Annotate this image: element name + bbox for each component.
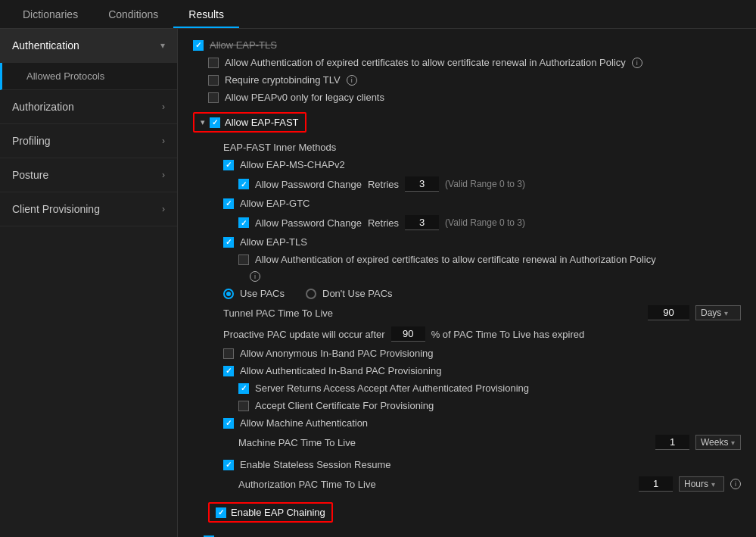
sidebar-item-authorization[interactable]: Authorization ›	[0, 90, 177, 124]
cb-auth-provisioning[interactable]	[223, 366, 234, 376]
chevron-down-icon: ▾	[711, 480, 715, 489]
row-eap-ttls: ▾ Allow EAP-TTLS	[193, 532, 741, 537]
cb-tls-inner[interactable]	[223, 237, 234, 248]
input-machine-pac[interactable]	[655, 435, 689, 450]
tab-conditions[interactable]: Conditions	[93, 2, 173, 28]
cb-cryptobinding[interactable]	[208, 75, 219, 86]
input-proactive-pac[interactable]	[391, 326, 425, 342]
input-auth-pac[interactable]	[639, 476, 673, 492]
radio-use-pacs[interactable]	[223, 289, 234, 299]
label-anon-provisioning: Allow Anonymous In-Band PAC Provisioning	[240, 348, 434, 359]
sidebar-item-posture[interactable]: Posture ›	[0, 158, 177, 192]
info-icon-auth-expired[interactable]: i	[632, 58, 642, 68]
label-eap-chaining: Enable EAP Chaining	[231, 507, 325, 518]
label-retries-mschapv2: Retries	[368, 179, 399, 190]
label-use-pacs: Use PACs	[240, 288, 285, 299]
label-auth-pac: Authorization PAC Time To Live	[238, 479, 376, 490]
cb-allow-eap-fast[interactable]	[210, 117, 220, 128]
cb-tls-auth-expired[interactable]	[238, 254, 249, 265]
row-machine-pac: Machine PAC Time To Live Weeks ▾	[193, 432, 741, 453]
label-mschapv2-pwchange: Allow Password Change	[255, 179, 362, 190]
info-icon-cryptobinding[interactable]: i	[347, 75, 357, 86]
label-machine-pac: Machine PAC Time To Live	[238, 437, 356, 448]
row-stateless-resume: Enable Stateless Session Resume	[193, 456, 741, 473]
row-machine-auth: Allow Machine Authentication	[193, 414, 741, 432]
eap-chaining-highlight-box: Enable EAP Chaining	[208, 502, 333, 523]
label-accept-client-cert: Accept Client Certificate For Provisioni…	[255, 400, 434, 411]
row-cryptobinding: Require cryptobinding TLV i	[193, 71, 741, 89]
cb-gtc[interactable]	[223, 198, 234, 209]
cb-machine-auth[interactable]	[223, 418, 234, 429]
label-server-returns: Server Returns Access Accept After Authe…	[255, 382, 529, 394]
row-server-returns: Server Returns Access Accept After Authe…	[193, 379, 741, 397]
label-retries-gtc: Retries	[368, 217, 399, 229]
dropdown-label-tunnel-pac: Days	[701, 308, 721, 318]
cb-mschapv2-pwchange[interactable]	[238, 179, 249, 189]
sidebar-item-authentication[interactable]: Authentication ▾	[0, 29, 177, 63]
cb-anon-provisioning[interactable]	[223, 348, 234, 359]
chevron-right-icon: ›	[162, 204, 165, 214]
radio-dont-use-pacs[interactable]	[306, 289, 316, 299]
cb-server-returns[interactable]	[238, 383, 249, 394]
sidebar-item-label: Client Provisioning	[12, 203, 100, 215]
row-accept-client-cert: Accept Client Certificate For Provisioni…	[193, 397, 741, 414]
sidebar-subitem-allowed-protocols[interactable]: Allowed Protocols	[0, 63, 177, 90]
label-gtc: Allow EAP-GTC	[240, 198, 310, 209]
label-peapv0: Allow PEAPv0 only for legacy clients	[225, 92, 384, 103]
top-nav: Dictionaries Conditions Results	[0, 0, 756, 29]
cb-auth-expired[interactable]	[208, 58, 219, 68]
info-icon-tls-auth-expired[interactable]: i	[250, 271, 260, 282]
cb-gtc-pwchange[interactable]	[238, 217, 249, 228]
range-text-gtc: (Valid Range 0 to 3)	[445, 217, 525, 228]
sidebar-item-profiling[interactable]: Profiling ›	[0, 124, 177, 158]
row-tls-auth-expired: Allow Authentication of expired certific…	[193, 251, 741, 268]
chevron-down-icon: ▾	[731, 439, 735, 447]
row-mschapv2-pwchange: Allow Password Change Retries (Valid Ran…	[193, 173, 741, 195]
cb-accept-client-cert[interactable]	[238, 401, 249, 411]
label-allow-eap-fast: Allow EAP-FAST	[225, 117, 299, 128]
eap-fast-highlight-box: ▾ Allow EAP-FAST	[193, 112, 306, 133]
tab-results[interactable]: Results	[173, 2, 239, 28]
sidebar: Authentication ▾ Allowed Protocols Autho…	[0, 29, 178, 537]
label-allow-eap-tls-top: Allow EAP-TLS	[210, 39, 277, 51]
cb-mschapv2[interactable]	[223, 160, 234, 170]
label-cryptobinding: Require cryptobinding TLV	[225, 74, 341, 86]
chevron-right-icon: ›	[162, 136, 165, 146]
chevron-right-icon: ›	[162, 101, 165, 112]
cb-stateless-resume[interactable]	[223, 460, 234, 470]
dropdown-tunnel-pac-unit[interactable]: Days ▾	[695, 305, 741, 320]
cb-eap-chaining[interactable]	[216, 507, 226, 518]
info-icon-auth-pac[interactable]: i	[730, 479, 741, 489]
chevron-right-icon: ›	[162, 170, 165, 180]
row-proactive-pac: Proactive PAC update will occur after % …	[193, 323, 741, 345]
row-peapv0: Allow PEAPv0 only for legacy clients	[193, 89, 741, 106]
tab-dictionaries[interactable]: Dictionaries	[8, 2, 93, 28]
collapse-arrow-eap-fast[interactable]: ▾	[201, 117, 205, 127]
sidebar-item-label: Authentication	[12, 39, 79, 52]
input-retries-mschapv2[interactable]	[405, 176, 439, 192]
label-proactive-suffix: % of PAC Time To Live has expired	[431, 329, 585, 340]
label-mschapv2: Allow EAP-MS-CHAPv2	[240, 159, 345, 170]
sidebar-item-client-provisioning[interactable]: Client Provisioning ›	[0, 192, 177, 226]
subitem-label: Allowed Protocols	[26, 70, 104, 82]
row-tls-auth-expired-info: i	[193, 268, 741, 285]
inner-methods-label: EAP-FAST Inner Methods	[193, 137, 741, 156]
chevron-down-icon: ▾	[160, 40, 165, 51]
sidebar-item-label: Profiling	[12, 135, 51, 147]
dropdown-auth-pac-unit[interactable]: Hours ▾	[679, 476, 724, 492]
chevron-down-icon: ▾	[724, 309, 728, 317]
row-pacs: Use PACs Don't Use PACs	[193, 285, 741, 302]
label-auth-expired: Allow Authentication of expired certific…	[225, 57, 626, 68]
row-auth-expired: Allow Authentication of expired certific…	[193, 54, 741, 71]
main-layout: Authentication ▾ Allowed Protocols Autho…	[0, 29, 756, 537]
row-gtc: Allow EAP-GTC	[193, 195, 741, 212]
row-tls-inner: Allow EAP-TLS	[193, 233, 741, 251]
row-anon-provisioning: Allow Anonymous In-Band PAC Provisioning	[193, 345, 741, 362]
input-retries-gtc[interactable]	[405, 215, 439, 230]
cb-peapv0[interactable]	[208, 92, 219, 103]
cb-allow-eap-tls-top[interactable]	[193, 40, 204, 51]
dropdown-machine-pac-unit[interactable]: Weeks ▾	[695, 435, 741, 450]
input-tunnel-pac[interactable]	[648, 305, 689, 320]
dropdown-label-machine-pac: Weeks	[701, 437, 728, 448]
row-gtc-pwchange: Allow Password Change Retries (Valid Ran…	[193, 212, 741, 233]
